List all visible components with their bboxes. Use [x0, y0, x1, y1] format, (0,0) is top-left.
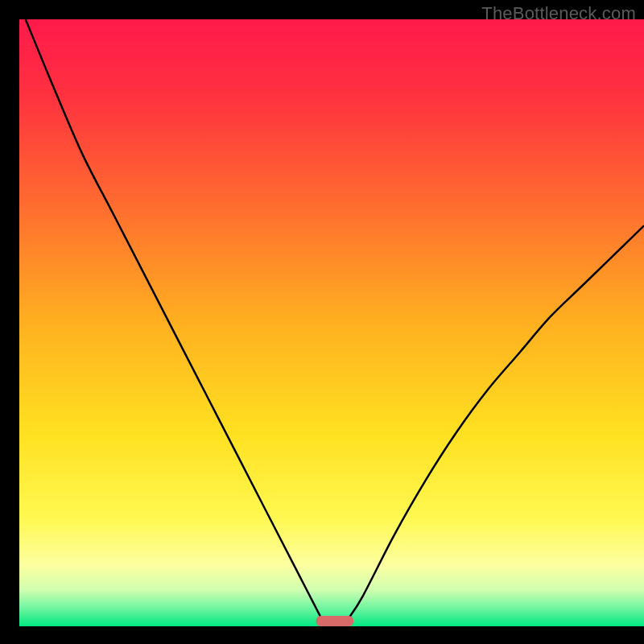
- watermark-text: TheBottleneck.com: [481, 3, 636, 24]
- bottleneck-chart: [0, 0, 644, 644]
- chart-container: TheBottleneck.com: [0, 0, 644, 644]
- gradient-background: [19, 19, 644, 626]
- optimal-range-marker: [316, 616, 354, 626]
